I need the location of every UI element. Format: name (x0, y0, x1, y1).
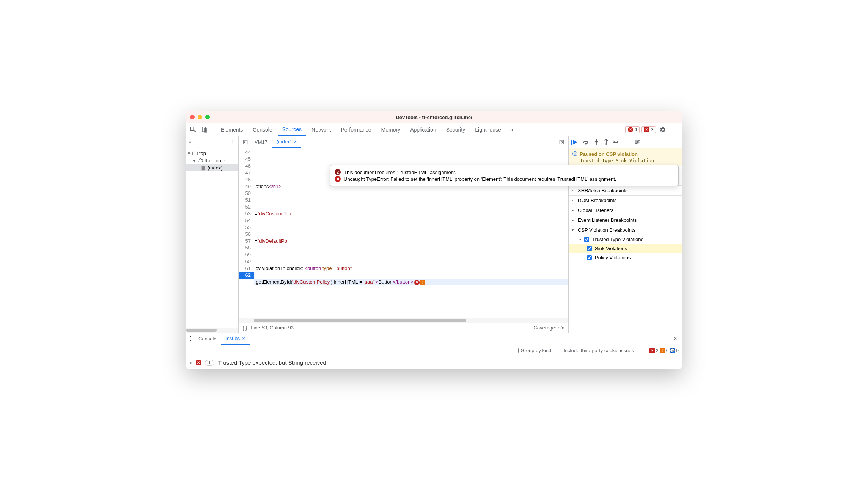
error-count-badge[interactable]: ✕6 (625, 126, 640, 133)
tab-sources[interactable]: Sources (278, 123, 306, 136)
drawer-tab-console[interactable]: Console (194, 333, 221, 345)
more-tabs-icon[interactable]: » (506, 124, 517, 135)
navigator-pane: » ⋮ ▼ top ▼ tt-enforce (index) (186, 136, 239, 333)
svg-point-10 (613, 141, 615, 143)
include-third-party-checkbox[interactable]: Include third-party cookie issues (557, 348, 634, 353)
csp-sink-violations[interactable]: Sink Violations (569, 244, 682, 253)
paused-banner: ⓘPaused on CSP violation Trusted Type Si… (569, 148, 682, 166)
svg-point-8 (596, 143, 597, 145)
step-over-icon[interactable] (582, 140, 589, 145)
cursor-position: Line 53, Column 93 (251, 325, 294, 331)
error-stat[interactable]: ✕2 (649, 348, 659, 353)
minimize-window-button[interactable] (198, 115, 202, 119)
warning-icon[interactable]: ! (420, 280, 425, 285)
section-global[interactable]: ▸Global Listeners (569, 205, 682, 215)
tab-network[interactable]: Network (307, 123, 335, 136)
error-icon: ✕ (335, 176, 341, 182)
checkbox-policy[interactable] (587, 255, 592, 260)
window-title: DevTools - tt-enforced.glitch.me/ (396, 115, 472, 120)
svg-point-9 (605, 143, 607, 145)
nav-forward-icon[interactable] (557, 138, 566, 147)
step-into-icon[interactable] (594, 139, 599, 145)
svg-rect-3 (193, 152, 197, 155)
section-csp[interactable]: ▾CSP Violation Breakpoints (569, 225, 682, 235)
drawer-tab-issues[interactable]: Issues× (221, 333, 250, 345)
tab-memory[interactable]: Memory (377, 123, 405, 136)
window-controls (190, 115, 210, 119)
drawer-filter-bar: Group by kind Include third-party cookie… (186, 345, 682, 356)
csp-policy-violations[interactable]: Policy Violations (569, 253, 682, 262)
more-menu-icon[interactable]: ⋮ (230, 139, 235, 145)
frame-icon (192, 151, 198, 156)
main-tab-bar: Elements Console Sources Network Perform… (186, 123, 682, 136)
csp-trusted-type[interactable]: ▾Trusted Type Violations (569, 235, 682, 244)
count-badge-icon: 2 (335, 169, 341, 175)
close-icon[interactable]: × (294, 139, 297, 144)
navigator-toolbar: » ⋮ (186, 136, 238, 148)
svg-point-7 (585, 143, 587, 144)
coverage-info: Coverage: n/a (533, 325, 565, 331)
tree-top[interactable]: ▼ top (186, 150, 238, 157)
issue-row[interactable]: ▸ ✕ 1 Trusted Type expected, but String … (186, 356, 682, 369)
close-icon[interactable]: × (242, 336, 245, 341)
tree-file-index[interactable]: (index) (186, 164, 238, 171)
inspect-element-icon[interactable] (188, 124, 198, 135)
svg-rect-1 (202, 127, 205, 132)
svg-rect-5 (560, 140, 564, 144)
code-editor-pane: VM17 (index)× 44454647484950515253545556… (239, 136, 569, 333)
error-icon[interactable]: ✕ (414, 280, 420, 285)
nav-back-icon[interactable] (241, 138, 250, 147)
code-tab-index[interactable]: (index)× (272, 136, 301, 148)
close-drawer-icon[interactable]: × (670, 335, 680, 343)
tab-lighthouse[interactable]: Lighthouse (470, 123, 506, 136)
tab-application[interactable]: Application (406, 123, 441, 136)
tab-performance[interactable]: Performance (336, 123, 376, 136)
code-scrollbar[interactable] (239, 318, 568, 323)
file-tree: ▼ top ▼ tt-enforce (index) (186, 148, 238, 173)
info-stat[interactable]: 💬0 (670, 348, 679, 353)
checkbox-sink[interactable] (587, 246, 592, 251)
format-icon[interactable]: { } (242, 325, 247, 331)
code-tab-bar: VM17 (index)× (239, 136, 568, 148)
checkbox-trusted-type[interactable] (584, 237, 589, 242)
resume-icon[interactable] (571, 140, 578, 145)
chevron-down-icon: ▼ (187, 151, 191, 155)
svg-rect-4 (243, 140, 247, 144)
more-menu-icon[interactable]: ⋮ (670, 124, 680, 135)
drawer: ⋮ Console Issues× × Group by kind Includ… (186, 333, 682, 369)
line-gutter: 44454647484950515253545556575859606162 (239, 148, 254, 318)
code-status-bar: { } Line 53, Column 93 Coverage: n/a (239, 323, 568, 333)
navigator-scrollbar[interactable] (186, 328, 238, 333)
more-menu-icon[interactable]: ⋮ (188, 335, 194, 342)
chevron-right-icon: ▸ (190, 361, 192, 365)
drawer-tab-bar: ⋮ Console Issues× × (186, 333, 682, 345)
more-tabs-icon[interactable]: » (189, 139, 191, 145)
deactivate-breakpoints-icon[interactable] (634, 140, 640, 145)
devtools-window: DevTools - tt-enforced.glitch.me/ Elemen… (186, 111, 682, 369)
content-area: » ⋮ ▼ top ▼ tt-enforce (index) (186, 136, 682, 333)
debug-toolbar (569, 136, 682, 148)
tree-domain[interactable]: ▼ tt-enforce (186, 157, 238, 164)
group-by-kind-checkbox[interactable]: Group by kind (514, 348, 551, 353)
code-tab-vm[interactable]: VM17 (250, 136, 272, 148)
section-xhr[interactable]: ▸XHR/fetch Breakpoints (569, 186, 682, 196)
issue-count: 1 (205, 360, 214, 366)
svg-rect-6 (571, 140, 572, 145)
step-icon[interactable] (613, 140, 620, 145)
maximize-window-button[interactable] (205, 115, 210, 119)
step-out-icon[interactable] (604, 139, 609, 145)
file-icon (201, 165, 206, 171)
warning-stat[interactable]: !0 (660, 348, 669, 353)
tab-console[interactable]: Console (248, 123, 277, 136)
cloud-icon (198, 158, 203, 163)
section-dom[interactable]: ▸DOM Breakpoints (569, 196, 682, 205)
info-icon: ⓘ (572, 151, 577, 157)
device-toolbar-icon[interactable] (199, 124, 210, 135)
tab-security[interactable]: Security (442, 123, 470, 136)
error-icon: ✕ (196, 360, 201, 365)
close-window-button[interactable] (190, 115, 195, 119)
section-event[interactable]: ▸Event Listener Breakpoints (569, 215, 682, 225)
tab-elements[interactable]: Elements (216, 123, 247, 136)
settings-icon[interactable] (657, 124, 668, 135)
issue-count-badge[interactable]: ✕2 (641, 126, 656, 133)
